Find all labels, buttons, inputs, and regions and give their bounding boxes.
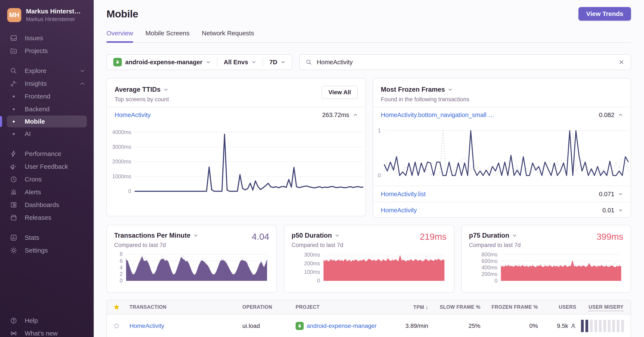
bullet-icon: [9, 108, 18, 110]
chevron-down-icon: [164, 87, 168, 92]
project-link[interactable]: android-expense-manager: [307, 323, 376, 329]
most-frozen-frames-title[interactable]: Most Frozen Frames: [381, 86, 445, 93]
ttid-chart: 4000ms3000ms2000ms1000ms0: [107, 123, 366, 216]
sidebar-item-label: Insights: [25, 80, 47, 87]
chevron-down-icon: [252, 60, 256, 64]
sidebar-item-explore[interactable]: Explore: [0, 64, 94, 77]
view-trends-button[interactable]: View Trends: [578, 7, 631, 21]
col-users[interactable]: USERS: [539, 304, 578, 310]
tab-mobile-screens[interactable]: Mobile Screens: [146, 29, 190, 42]
transaction-link[interactable]: HomeActivity: [130, 323, 164, 329]
col-frozen-frame[interactable]: FROZEN FRAME %: [482, 304, 539, 310]
ttid-row-homeactivity: HomeActivity 263.72ms: [107, 107, 366, 123]
sidebar-item-label: Alerts: [25, 189, 41, 196]
transaction-link[interactable]: HomeActivity.list: [381, 191, 426, 198]
main-content: Mobile View Trends Overview Mobile Scree…: [94, 0, 644, 337]
sidebar-item-whats-new[interactable]: What's new: [0, 327, 94, 337]
svg-text:200ms: 200ms: [304, 260, 320, 266]
expand-icon[interactable]: [618, 192, 623, 196]
sidebar-item-label: Performance: [25, 150, 61, 157]
svg-text:0: 0: [317, 278, 320, 284]
sidebar-item-ai[interactable]: AI: [0, 127, 94, 140]
sidebar-item-crons[interactable]: Crons: [0, 173, 94, 186]
star-icon[interactable]: [113, 322, 120, 330]
page-title: Mobile: [106, 8, 631, 20]
ttid-value: 263.72ms: [322, 111, 349, 118]
sidebar-item-label: Backend: [25, 105, 50, 113]
explore-search-icon: [9, 67, 18, 74]
sidebar-item-releases[interactable]: Releases: [0, 211, 94, 224]
sidebar-item-backend[interactable]: Backend: [0, 103, 94, 115]
p75-duration-card: p75 Duration Compared to last 7d 399ms 8…: [461, 225, 631, 293]
sidebar-item-mobile[interactable]: Mobile: [7, 115, 87, 127]
col-slow-frame[interactable]: SLOW FRAME %: [430, 304, 482, 310]
average-ttids-title[interactable]: Average TTIDs: [114, 86, 160, 93]
environment-selector[interactable]: All Envs: [218, 55, 262, 69]
collapse-icon[interactable]: [618, 113, 623, 117]
col-tpm[interactable]: TPM↓: [394, 304, 430, 311]
sidebar-item-help[interactable]: Help: [0, 314, 94, 327]
org-switcher[interactable]: MH Markus Hinterst… Markus Hintersteiner: [0, 0, 94, 29]
transaction-link[interactable]: HomeActivity: [381, 207, 417, 214]
p50-title[interactable]: p50 Duration: [292, 232, 332, 239]
sidebar-footer: Help What's new: [0, 314, 94, 337]
user-name: Markus Hintersteiner: [26, 16, 81, 22]
svg-text:0: 0: [120, 278, 123, 284]
col-project[interactable]: PROJECT: [292, 304, 394, 310]
tab-bar: Overview Mobile Screens Network Requests: [106, 29, 631, 43]
sidebar-item-user-feedback[interactable]: User Feedback: [0, 160, 94, 173]
chevron-down-icon: [193, 233, 198, 238]
average-ttids-card: Average TTIDs Top screens by count View …: [106, 78, 366, 216]
sidebar-item-label: Issues: [25, 34, 43, 42]
sidebar-item-stats[interactable]: Stats: [0, 231, 94, 244]
svg-text:2: 2: [120, 271, 123, 277]
sidebar-item-projects[interactable]: Projects: [0, 44, 94, 57]
tpm-value: 4.04: [252, 232, 269, 242]
transactions-table: TRANSACTION OPERATION PROJECT TPM↓ SLOW …: [106, 300, 631, 337]
sidebar-item-settings[interactable]: Settings: [0, 244, 94, 257]
date-range-selector[interactable]: 7D: [263, 55, 292, 69]
star-header-icon[interactable]: [113, 304, 120, 311]
svg-text:1000ms: 1000ms: [112, 173, 131, 179]
sidebar: MH Markus Hinterst… Markus Hintersteiner…: [0, 0, 94, 337]
android-platform-icon: [113, 58, 122, 66]
transaction-link[interactable]: HomeActivity: [114, 111, 150, 118]
frozen-row-list: HomeActivity.list 0.071: [373, 186, 630, 202]
collapse-icon[interactable]: [353, 113, 358, 117]
sidebar-item-label: Frontend: [25, 93, 50, 100]
tab-overview[interactable]: Overview: [106, 29, 133, 42]
sidebar-item-label: AI: [25, 130, 31, 137]
project-selector[interactable]: android-expense-manager: [107, 55, 217, 69]
search-input[interactable]: HomeActivity: [299, 54, 631, 70]
broadcast-icon: [9, 330, 18, 337]
svg-text:6: 6: [120, 258, 123, 264]
view-all-button[interactable]: View All: [322, 86, 358, 99]
sidebar-item-insights[interactable]: Insights: [0, 77, 94, 90]
svg-text:600ms: 600ms: [482, 258, 498, 264]
releases-icon: [9, 214, 18, 221]
frozen-row-homeactivity: HomeActivity 0.01: [373, 202, 630, 218]
tpm-title[interactable]: Transactions Per Minute: [114, 232, 190, 239]
svg-text:4: 4: [120, 265, 123, 270]
expand-icon[interactable]: [618, 208, 623, 213]
sidebar-item-alerts[interactable]: Alerts: [0, 186, 94, 199]
clear-search-icon[interactable]: [618, 59, 624, 65]
org-name: Markus Hinterst…: [26, 8, 81, 15]
col-user-misery[interactable]: USER MISERY: [578, 304, 630, 310]
p75-title[interactable]: p75 Duration: [469, 232, 509, 239]
transaction-link[interactable]: HomeActivity.bottom_navigation_small …: [381, 111, 494, 118]
sidebar-item-performance[interactable]: Performance: [0, 147, 94, 160]
tpm-card: Transactions Per Minute Compared to last…: [106, 225, 277, 293]
chevron-down-icon: [448, 87, 452, 92]
chevron-down-icon: [512, 233, 517, 238]
sidebar-item-frontend[interactable]: Frontend: [0, 90, 94, 103]
tab-network-requests[interactable]: Network Requests: [202, 29, 254, 42]
tpm-chart: 86420: [114, 251, 269, 286]
table-row[interactable]: HomeActivity ui.load android-expense-man…: [107, 315, 630, 337]
col-operation[interactable]: OPERATION: [239, 304, 292, 310]
sidebar-item-issues[interactable]: Issues: [0, 32, 94, 44]
frozen-value: 0.082: [599, 111, 614, 118]
project-cell: android-expense-manager: [292, 322, 394, 330]
col-transaction[interactable]: TRANSACTION: [126, 304, 239, 310]
sidebar-item-dashboards[interactable]: Dashboards: [0, 199, 94, 211]
